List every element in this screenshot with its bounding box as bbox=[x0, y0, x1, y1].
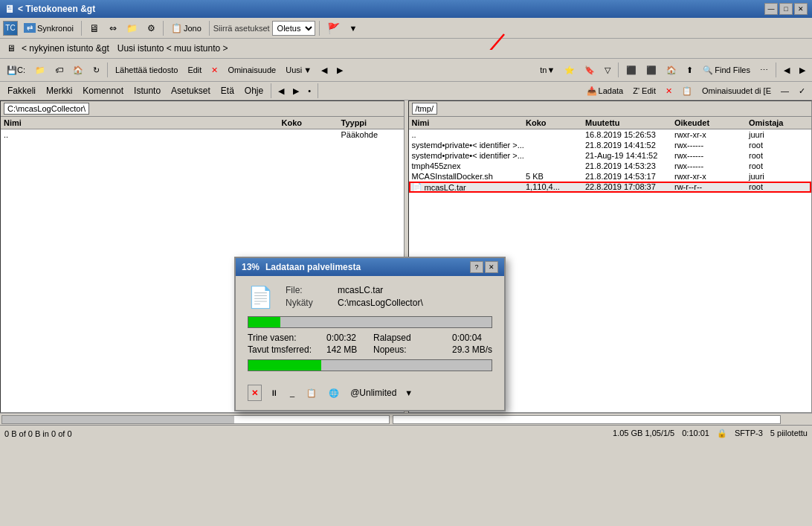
settings-button[interactable]: ⚙ bbox=[144, 20, 159, 36]
home2-button[interactable]: 🏠 bbox=[663, 62, 680, 78]
dialog-stats: Trine vasen: 0:00:32 Tavut tmsferred: 14… bbox=[248, 333, 492, 355]
right-col-owner: Omistaja bbox=[749, 118, 808, 127]
send-label: Lähettää tiedosto bbox=[115, 65, 178, 74]
dialog-underscore-button[interactable]: _ bbox=[286, 385, 298, 401]
left-file-row-up[interactable]: .. Pääkohde bbox=[1, 129, 404, 140]
copy2-icon: 📋 bbox=[306, 388, 317, 398]
window-title: < Tietokoneen &gt bbox=[18, 4, 95, 14]
tn-button[interactable]: tn▼ bbox=[536, 62, 558, 78]
nav-right-btn[interactable]: ▶ bbox=[289, 83, 303, 99]
dialog-pause-button[interactable]: ⏸ bbox=[266, 385, 282, 401]
nav-fwd-left[interactable]: ▶ bbox=[333, 62, 347, 78]
monitor-button[interactable]: 🖥 bbox=[86, 20, 103, 36]
nav-back-right[interactable]: ◀ bbox=[780, 62, 793, 78]
new-button[interactable]: Uusi ▼ bbox=[282, 62, 315, 78]
right-col-date: Muutettu bbox=[585, 118, 674, 127]
min-right-icon: — bbox=[781, 86, 789, 95]
close-button[interactable]: ✕ bbox=[794, 3, 808, 15]
edit-right-btn[interactable]: Z' Edit bbox=[629, 83, 660, 99]
speed-label: Nopeus: bbox=[373, 344, 448, 355]
dialog-cancel-button[interactable]: ✕ bbox=[248, 385, 262, 401]
menu-eta[interactable]: Etä bbox=[216, 84, 239, 97]
nav-buttons[interactable]: ⬛ bbox=[622, 62, 640, 78]
props-left-button[interactable]: Ominaisuude bbox=[224, 62, 280, 78]
flag-button[interactable]: 🚩 bbox=[323, 20, 344, 36]
queue-button[interactable]: 📋 Jono bbox=[167, 20, 205, 36]
right-file-row-1[interactable]: systemd•private•< identifier >... 21.8.2… bbox=[409, 140, 812, 150]
menu-sep2 bbox=[318, 83, 318, 98]
right-size-1 bbox=[526, 141, 585, 150]
pause-icon: ⏸ bbox=[270, 388, 278, 397]
home-button[interactable]: 🏠 bbox=[69, 62, 87, 78]
right-file-row-4[interactable]: MCASInstallDocker.sh 5 KB 21.8.2019 14:5… bbox=[409, 171, 812, 182]
check-btn[interactable]: ✓ bbox=[795, 83, 809, 99]
menu-ohje[interactable]: Ohje bbox=[240, 84, 268, 97]
nav-fwd-right[interactable]: ▶ bbox=[796, 62, 809, 78]
dialog-close-button[interactable]: ✕ bbox=[485, 261, 498, 273]
right-file-row-2[interactable]: systemd•private•< identifier >... 21-Aug… bbox=[409, 150, 812, 161]
del-right-btn[interactable]: ✕ bbox=[662, 83, 676, 99]
right-date-2: 21-Aug-19 14:41:52 bbox=[585, 151, 674, 160]
load-btn[interactable]: 📥 Ladata bbox=[583, 83, 628, 99]
right-name-1: systemd•private•< identifier >... bbox=[412, 141, 526, 150]
del-icon: ✕ bbox=[211, 65, 218, 75]
right-file-row-0[interactable]: .. 16.8.2019 15:26:53 rwxr-xr-x juuri bbox=[409, 129, 812, 140]
dialog-help-button[interactable]: ? bbox=[470, 261, 483, 273]
menu-fakkeli[interactable]: Fakkeli bbox=[3, 84, 40, 97]
up-button[interactable]: ⬆ bbox=[683, 62, 697, 78]
send-file-button[interactable]: Lähettää tiedosto bbox=[112, 62, 181, 78]
min-right-btn[interactable]: — bbox=[777, 83, 793, 99]
edit-left-label: Edit bbox=[187, 65, 202, 74]
copy-btn[interactable]: 📋 bbox=[678, 83, 696, 99]
tag-button[interactable]: 🏷 bbox=[51, 62, 67, 78]
folder-button[interactable]: 📁 bbox=[123, 20, 141, 36]
star-button[interactable]: ⭐ bbox=[561, 62, 579, 78]
speed-bar-container bbox=[248, 359, 492, 371]
dialog-target-row: Nykäty C:\mcasLogCollector\ bbox=[286, 298, 492, 308]
sync-button[interactable]: ⇄ Synkronoi bbox=[20, 20, 77, 36]
bookmark-button[interactable]: 🔖 bbox=[581, 62, 599, 78]
menu-merkki[interactable]: Merkki bbox=[42, 84, 77, 97]
transfer-mode-select[interactable]: Oletus bbox=[272, 21, 315, 36]
find-button[interactable]: 🔍 Find Files bbox=[699, 62, 754, 78]
nav-back-left[interactable]: ◀ bbox=[318, 62, 331, 78]
menu-istunto[interactable]: Istunto bbox=[129, 84, 165, 97]
refresh-button[interactable]: ↻ bbox=[89, 62, 103, 78]
menu-asetukset[interactable]: Asetukset bbox=[167, 84, 215, 97]
more-button[interactable]: ⋯ bbox=[756, 62, 772, 78]
right-name-2: systemd•private•< identifier >... bbox=[412, 151, 526, 160]
dots-btn[interactable]: • bbox=[304, 83, 315, 99]
menu-komennot[interactable]: Komennot bbox=[78, 84, 128, 97]
left-scrollbar[interactable] bbox=[1, 415, 390, 424]
dropdown-button[interactable]: ▼ bbox=[346, 20, 361, 36]
current-session-label: < nykyinen istunto &gt bbox=[22, 43, 109, 54]
right-panel-header: /tmp/ bbox=[409, 101, 812, 117]
refresh2-button[interactable]: ⬛ bbox=[642, 62, 660, 78]
folder2-button[interactable]: 📁 bbox=[31, 62, 49, 78]
new-dropdown-icon: ▼ bbox=[303, 65, 312, 74]
filter-button[interactable]: ▽ bbox=[601, 62, 614, 78]
left-file-name-up: .. bbox=[4, 130, 282, 139]
monitor2-button[interactable]: 🖥 bbox=[3, 40, 19, 57]
file-icon-5: 📄 bbox=[412, 182, 422, 192]
right-file-row-5[interactable]: 📄 mcasLC.tar 1,110,4... 22.8.2019 17:08:… bbox=[409, 182, 812, 193]
drive-c-button[interactable]: 💾C: bbox=[3, 62, 29, 78]
dialog-title-text: Ladataan palvelimesta bbox=[265, 262, 361, 272]
edit-left-button[interactable]: Edit bbox=[184, 62, 205, 78]
right-file-row-3[interactable]: tmph455znex 21.8.2019 14:53:23 rwx------… bbox=[409, 161, 812, 171]
progress-bar-fill bbox=[248, 317, 280, 327]
arrows-button[interactable]: ⇔ bbox=[106, 20, 120, 36]
maximize-button[interactable]: □ bbox=[779, 3, 793, 15]
dialog-globe-button[interactable]: 🌐 bbox=[325, 385, 343, 401]
dialog-copy-button[interactable]: 📋 bbox=[303, 385, 320, 401]
props-right-btn[interactable]: Ominaisuudet di [E bbox=[698, 83, 775, 99]
right-col-perms: Oikeudet bbox=[674, 118, 749, 127]
refresh-icon: ↻ bbox=[93, 65, 100, 75]
del-button[interactable]: ✕ bbox=[207, 62, 222, 78]
drive-icon: 💾C: bbox=[7, 65, 25, 75]
nav-left-btn[interactable]: ◀ bbox=[274, 83, 288, 99]
right-size-2 bbox=[526, 151, 585, 160]
minimize-button[interactable]: — bbox=[764, 3, 778, 15]
right-scrollbar[interactable] bbox=[393, 415, 781, 424]
dialog-dropdown-button[interactable]: ▼ bbox=[401, 385, 416, 401]
